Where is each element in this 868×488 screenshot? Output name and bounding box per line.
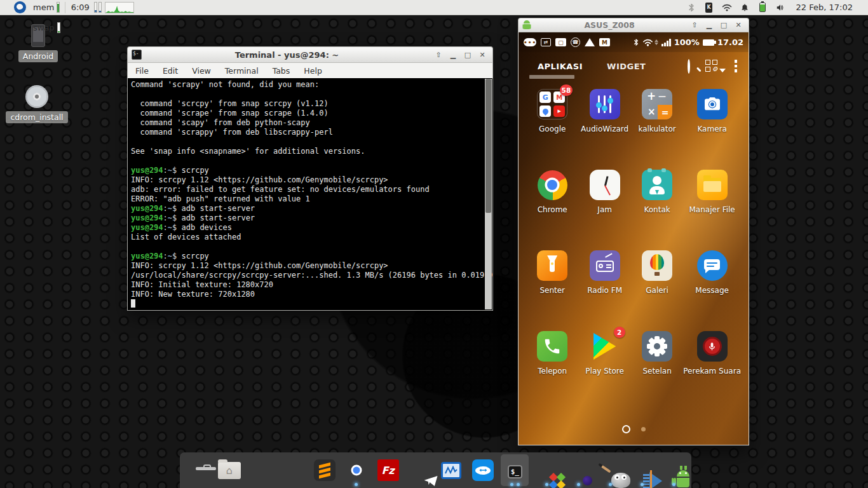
desktop-icon-cdrom-install[interactable]: cdrom_install — [6, 85, 67, 123]
app-google[interactable]: GM▶58Google — [526, 85, 578, 166]
bluetooth-icon[interactable] — [686, 2, 697, 13]
app-audiowizard[interactable]: AudioWizard — [578, 85, 630, 166]
app-kontak[interactable]: Kontak — [631, 166, 683, 247]
dock-item-file-manager[interactable]: ⌂ — [215, 454, 243, 486]
contacts-icon — [641, 169, 673, 201]
dock-item-vscode[interactable] — [279, 454, 307, 486]
panel-grip[interactable] — [3, 3, 8, 13]
message-icon — [696, 250, 728, 281]
dock-item-terminal[interactable]: $_ — [501, 454, 529, 486]
terminal-line: yus@294:~$ adb start-server — [131, 204, 482, 214]
phone-icon — [536, 330, 568, 362]
phone-screen[interactable]: •••⇄▢☎M 100% 17.02 APLIKASI W — [518, 32, 749, 445]
grid-options-icon[interactable]: ⚙ — [705, 60, 719, 72]
menu-tabs[interactable]: Tabs — [273, 66, 290, 76]
scrollbar-thumb[interactable] — [485, 79, 491, 213]
terminal-line: INFO: Initial texture: 1280x720 — [131, 280, 482, 290]
app-label: Manajer File — [689, 205, 735, 214]
app-chrome[interactable]: Chrome — [526, 166, 578, 247]
app-play-store[interactable]: 2Play Store — [578, 327, 630, 408]
terminal-content[interactable]: Command 'scrapy' not found, did you mean… — [127, 78, 493, 311]
dock-item-firefox[interactable] — [564, 454, 592, 486]
minimize-button[interactable]: ▁ — [703, 20, 715, 31]
search-icon[interactable] — [688, 60, 690, 72]
tab-widget[interactable]: WIDGET — [607, 62, 646, 71]
minimize-button[interactable]: ▁ — [447, 49, 459, 60]
close-button[interactable]: ✕ — [732, 20, 745, 31]
app-perekam-suara[interactable]: Perekam Suara — [683, 327, 741, 408]
panel-monitor-mem[interactable]: mem — [30, 2, 64, 13]
app-senter[interactable]: Senter — [526, 247, 578, 327]
app-telepon[interactable]: Telepon — [526, 327, 578, 408]
shade-button[interactable]: ⇧ — [432, 49, 445, 60]
dock-item-kdenlive[interactable] — [628, 454, 656, 486]
dock-item-gimp[interactable] — [596, 454, 624, 486]
panel-separator — [65, 2, 65, 13]
app-label: Play Store — [585, 367, 624, 376]
tab-aplikasi[interactable]: APLIKASI — [538, 62, 583, 71]
gmail-icon: M — [599, 38, 610, 46]
panel-grip-right[interactable] — [860, 3, 865, 13]
running-indicator — [660, 483, 688, 486]
chrome-icon — [536, 169, 568, 201]
current-page-dot — [622, 425, 630, 433]
audiowizard-icon — [589, 88, 621, 120]
top-panel: cpumemswap 6:09 K 22 Feb, 17:02 — [0, 0, 868, 15]
terminal-line: ERROR: "adb push" returned with value 1 — [131, 194, 482, 204]
dock-item-trash[interactable] — [184, 454, 212, 486]
dock-item-chrome[interactable] — [342, 454, 370, 486]
terminal-scrollbar[interactable] — [485, 79, 492, 309]
statusbar-notification-icons: •••⇄▢☎M — [524, 37, 610, 47]
terminal-line: Command 'scrapy' not found, did you mean… — [131, 80, 482, 90]
panel-clock[interactable]: 22 Feb, 17:02 — [791, 3, 858, 12]
menu-terminal[interactable]: Terminal — [225, 66, 259, 76]
app-label: Jam — [597, 205, 612, 214]
app-radio-fm[interactable]: Radio FM — [578, 247, 630, 327]
wifi-icon[interactable] — [721, 2, 733, 13]
dock-item-android-tool[interactable] — [660, 454, 688, 486]
dock-item-teamviewer[interactable] — [469, 454, 497, 486]
kdeconnect-icon[interactable]: K — [703, 2, 715, 13]
app-jam[interactable]: Jam — [578, 166, 630, 247]
dock-item-telegram[interactable] — [406, 454, 434, 486]
app-kamera[interactable]: Kamera — [683, 85, 741, 166]
menu-file[interactable]: File — [135, 66, 149, 76]
app-manajer-file[interactable]: Manajer File — [683, 166, 741, 247]
dock-item-vlc[interactable] — [247, 454, 275, 486]
app-kalkulator[interactable]: +−×=kalkulator — [631, 85, 683, 166]
app-setelan[interactable]: Setelan — [631, 327, 683, 408]
files-icon — [696, 169, 728, 201]
maximize-button[interactable]: □ — [717, 20, 730, 31]
battery-icon[interactable] — [757, 2, 768, 13]
prompt-path: ~ — [168, 214, 172, 222]
applications-menu-button[interactable] — [14, 1, 26, 13]
android-robot-icon — [522, 20, 531, 30]
menu-help[interactable]: Help — [304, 66, 322, 76]
phone-titlebar[interactable]: ASUS_Z008 ⇧ ▁ □ ✕ — [518, 18, 749, 32]
android-statusbar: •••⇄▢☎M 100% 17.02 — [519, 32, 749, 52]
menu-view[interactable]: View — [192, 66, 211, 76]
close-button[interactable]: ✕ — [476, 49, 489, 60]
app-galeri[interactable]: Galeri — [631, 247, 683, 327]
running-indicator — [564, 483, 592, 486]
dock-item-task-manager[interactable] — [437, 454, 465, 486]
settings-icon — [641, 330, 673, 362]
volume-icon[interactable] — [775, 2, 786, 13]
notifications-icon[interactable] — [739, 2, 750, 13]
terminal-line — [131, 137, 482, 147]
terminal-line — [131, 90, 482, 99]
command-text: scrcpy — [182, 252, 209, 261]
terminal-line: INFO: scrcpy 1.12 <https://github.com/Ge… — [131, 261, 482, 271]
panel-monitor-swap[interactable]: swap — [30, 22, 64, 33]
overflow-menu-icon[interactable] — [735, 60, 738, 72]
dock-item-software-center[interactable] — [532, 454, 560, 486]
menu-edit[interactable]: Edit — [163, 66, 178, 76]
shade-button[interactable]: ⇧ — [688, 20, 701, 31]
dock-item-sublime-text[interactable] — [311, 454, 339, 486]
maximize-button[interactable]: □ — [461, 49, 474, 60]
terminal-titlebar[interactable]: $- Terminal - yus@294: ~ ⇧ ▁ □ ✕ — [127, 46, 493, 63]
terminal-line: adb: error: failed to get feature set: n… — [131, 185, 482, 194]
app-message[interactable]: Message — [683, 247, 741, 327]
dock-item-filezilla[interactable]: Fz — [374, 454, 402, 486]
system-monitors: cpumemswap — [30, 0, 64, 33]
